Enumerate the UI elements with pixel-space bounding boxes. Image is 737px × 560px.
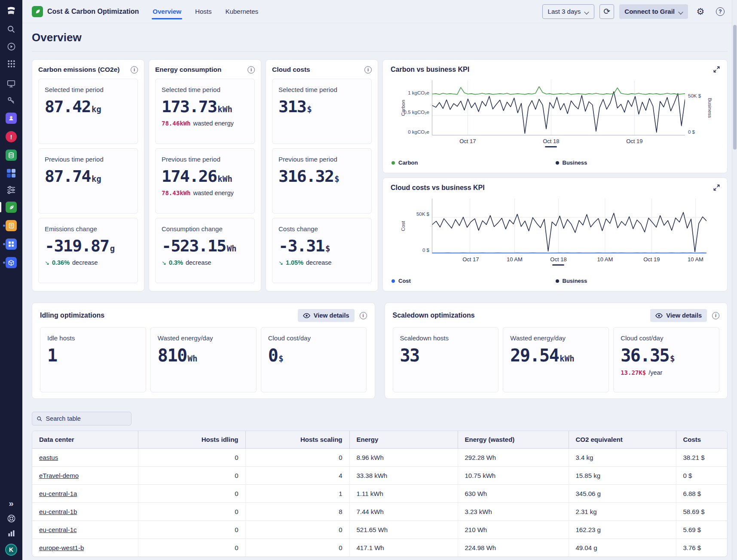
tab-overview[interactable]: Overview [152, 0, 182, 23]
dashboards-app-icon[interactable] [0, 239, 22, 250]
view-details-button[interactable]: View details [298, 309, 355, 322]
info-icon[interactable]: i [360, 312, 367, 319]
card-idling-optimizations: Idling optimizations View details i Idle… [32, 303, 375, 399]
col-header-costs[interactable]: Costs [676, 431, 727, 448]
settings-sliders-app-icon[interactable] [0, 186, 22, 194]
annual-cost-value: 13.27K$ [621, 369, 646, 376]
app-launcher-icon[interactable] [0, 60, 22, 68]
selected-tick-underline [545, 146, 557, 147]
cost-carbon-app-icon[interactable] [0, 202, 22, 213]
page-title: Overview [32, 31, 728, 44]
y-axis-tick: 0 kgCO₂e [408, 129, 429, 135]
expand-icon[interactable] [713, 66, 720, 73]
legend-dot [556, 279, 559, 283]
card-energy-consumption: Energy consumption i Selected time perio… [149, 59, 261, 291]
col-header-energy-wasted[interactable]: Energy (wasted) [458, 431, 569, 448]
card-scaledown-optimizations: Scaledown optimizations View details i S… [385, 303, 728, 399]
info-icon[interactable]: i [364, 66, 372, 73]
notebooks-app-icon[interactable] [0, 220, 22, 231]
copilot-app-icon[interactable] [0, 113, 22, 124]
kubernetes-cube-app-icon[interactable] [0, 257, 22, 268]
wasted-energy-value: 78.43kWh [162, 190, 190, 196]
info-icon[interactable]: i [712, 312, 719, 319]
usage-chart-icon[interactable] [0, 529, 22, 537]
legend-dot [556, 161, 559, 165]
data-center-table: Data center Hosts idling Hosts scaling E… [32, 431, 728, 557]
data-center-link[interactable]: eu-central-1a [39, 490, 77, 497]
legend-item-business[interactable]: Business [556, 278, 720, 284]
metric-tile-selected: Selected time period 173.73kWh 78.46kWhw… [155, 79, 255, 144]
time-range-selector[interactable]: Last 3 days [542, 4, 595, 19]
card-title: Energy consumption [155, 66, 221, 73]
connect-to-grail-button[interactable]: Connect to Grail [619, 4, 688, 19]
card-carbon-emissions: Carbon emissions (CO2e) i Selected time … [32, 59, 144, 291]
x-axis-tick: Oct 19 [643, 256, 660, 263]
problems-app-icon[interactable]: ! [0, 131, 22, 142]
help-icon[interactable]: ? [713, 4, 728, 19]
y-axis-title: Carbon [401, 100, 406, 116]
database-app-icon[interactable] [0, 150, 22, 161]
data-center-link[interactable]: eastus [39, 454, 58, 461]
collapse-sidebar-icon[interactable]: » [0, 499, 22, 508]
col-header-hosts-idling[interactable]: Hosts idling [138, 431, 245, 448]
cost-carbon-app-icon [32, 6, 43, 17]
tab-kubernetes[interactable]: Kubernetes [224, 0, 259, 23]
y-axis-tick: 1 kgCO₂e [408, 90, 429, 95]
info-icon[interactable]: i [131, 66, 138, 73]
card-title: Idling optimizations [40, 312, 104, 319]
getting-started-icon[interactable] [0, 42, 22, 51]
line-chart [432, 80, 685, 135]
trend-down-icon: ↘ [162, 260, 166, 266]
info-icon[interactable]: i [248, 66, 255, 73]
chart-legend: Cost Business [391, 278, 719, 284]
business-series-line [432, 92, 685, 133]
card-title: Scaledown optimizations [393, 312, 475, 319]
x-axis-tick: Oct 18 [550, 256, 566, 263]
table-header-row: Data center Hosts idling Hosts scaling E… [32, 431, 727, 448]
x-axis-tick: Oct 17 [459, 138, 476, 144]
metric-tile-wasted-energy: Wasted energy/day 29.54kWh [503, 327, 609, 392]
metric-tile-cloud-cost: Cloud cost/day 0$ [261, 327, 367, 392]
hosts-monitor-app-icon[interactable] [0, 79, 22, 89]
x-axis-tick: 10 AM [597, 256, 613, 263]
clouds-grid-app-icon[interactable] [0, 168, 22, 178]
x-axis: Oct 17 Oct 18 Oct 19 [432, 135, 685, 147]
legend-item-business[interactable]: Business [556, 159, 720, 166]
chart-plot-area: 50K $ 0 $ Cost Oct 17 10 AM Oct 18 10 AM… [432, 199, 706, 254]
expand-icon[interactable] [713, 184, 720, 191]
tab-hosts[interactable]: Hosts [194, 0, 212, 23]
table-row: eu-central-1b 0 8 7.44 kWh 3.23 kWh 2.31… [32, 502, 727, 520]
settings-gear-icon[interactable]: ⚙ [693, 4, 708, 19]
col-header-hosts-scaling[interactable]: Hosts scaling [245, 431, 349, 448]
legend-item-carbon[interactable]: Carbon [391, 159, 556, 166]
table-row: eastus 0 0 8.96 kWh 292.28 Wh 3.4 kg 38.… [32, 448, 727, 466]
user-avatar[interactable]: K [0, 544, 22, 556]
dynatrace-logo-icon[interactable] [0, 5, 22, 16]
data-center-link[interactable]: eu-central-1c [39, 526, 77, 533]
view-details-button[interactable]: View details [650, 309, 707, 322]
legend-dot [391, 279, 395, 283]
legend-item-cost[interactable]: Cost [391, 278, 556, 284]
table-row: eu-central-1a 0 1 1.11 kWh 630 Wh 345.06… [32, 484, 727, 502]
search-icon [37, 416, 42, 422]
scrollbar-thumb[interactable] [733, 25, 737, 150]
metric-tile-idle-hosts: Idle hosts 1 [40, 327, 146, 392]
x-axis-tick: Oct 18 [543, 138, 559, 144]
access-key-app-icon[interactable] [0, 96, 22, 105]
chevron-down-icon [584, 9, 589, 14]
card-cloud-costs: Cloud costs i Selected time period 313$ … [266, 59, 378, 291]
card-title: Cloud costs [272, 66, 310, 73]
data-center-link[interactable]: eTravel-demo [39, 472, 79, 479]
selected-tick-underline [552, 264, 564, 266]
col-header-co2[interactable]: CO2 equivalent [569, 431, 676, 448]
refresh-button[interactable]: ⟳ [599, 4, 614, 19]
col-header-data-center[interactable]: Data center [32, 431, 138, 448]
col-header-energy[interactable]: Energy [349, 431, 458, 448]
search-input[interactable] [46, 415, 127, 422]
data-center-link[interactable]: eu-central-1b [39, 508, 77, 515]
x-axis-tick: Oct 17 [462, 256, 479, 263]
y-axis-title: Cost [401, 221, 406, 231]
data-center-link[interactable]: europe-west1-b [39, 544, 84, 551]
search-icon[interactable] [0, 25, 22, 34]
help-lifebuoy-icon[interactable] [0, 514, 22, 523]
